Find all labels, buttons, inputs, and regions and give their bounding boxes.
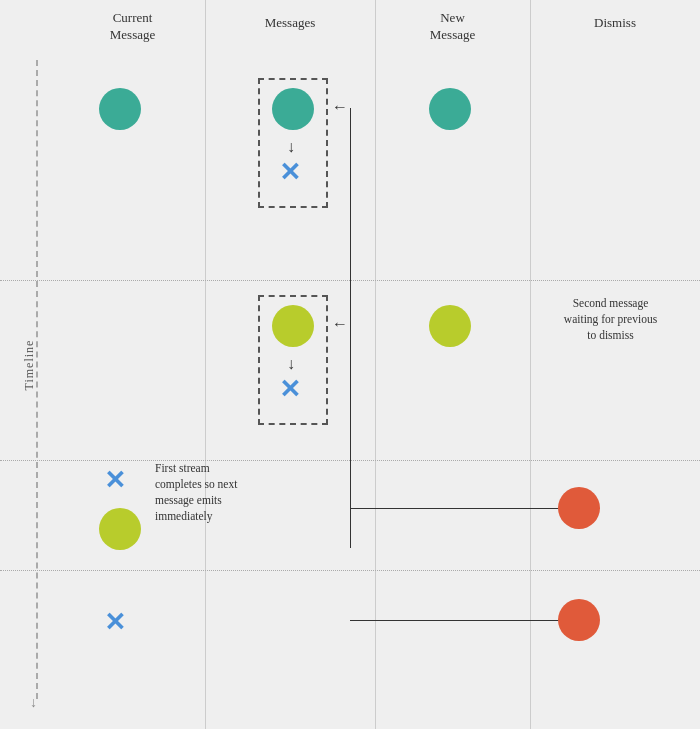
circle-new-yellow-1 bbox=[429, 305, 471, 347]
row-divider-3 bbox=[0, 570, 700, 571]
circle-current-teal-1 bbox=[99, 88, 141, 130]
annotation-first-stream: First streamcompletes so nextmessage emi… bbox=[155, 460, 310, 524]
x-mark-box-1: ✕ bbox=[279, 160, 301, 186]
connector-vert-main bbox=[350, 108, 351, 548]
annotation-second-message: Second messagewaiting for previousto dis… bbox=[538, 295, 683, 343]
circle-messages-teal-1 bbox=[272, 88, 314, 130]
arrow-left-2: ← bbox=[332, 315, 348, 333]
x-mark-current-2: ✕ bbox=[104, 610, 126, 636]
circle-dismiss-red-1 bbox=[558, 487, 600, 529]
header-dismiss: Dismiss bbox=[530, 15, 700, 32]
header-new-message: NewMessage bbox=[375, 10, 530, 44]
arrow-down-2: ↓ bbox=[287, 355, 295, 373]
header-current-message: CurrentMessage bbox=[60, 10, 205, 44]
col-divider-1 bbox=[205, 0, 206, 729]
circle-dismiss-red-2 bbox=[558, 599, 600, 641]
circle-current-yellow bbox=[99, 508, 141, 550]
arrow-down-1: ↓ bbox=[287, 138, 295, 156]
circle-new-teal-1 bbox=[429, 88, 471, 130]
x-mark-box-2: ✕ bbox=[279, 377, 301, 403]
timeline-label: Timeline bbox=[22, 339, 37, 390]
diagram-container: Timeline ↓ CurrentMessage Messages NewMe… bbox=[0, 0, 700, 729]
timeline-arrow-down: ↓ bbox=[30, 695, 37, 711]
arrow-left-1: ← bbox=[332, 98, 348, 116]
connector-horiz-2 bbox=[350, 620, 572, 621]
header-messages: Messages bbox=[205, 15, 375, 32]
x-mark-current-1: ✕ bbox=[104, 468, 126, 494]
connector-horiz-1 bbox=[350, 508, 572, 509]
circle-messages-yellow-1 bbox=[272, 305, 314, 347]
